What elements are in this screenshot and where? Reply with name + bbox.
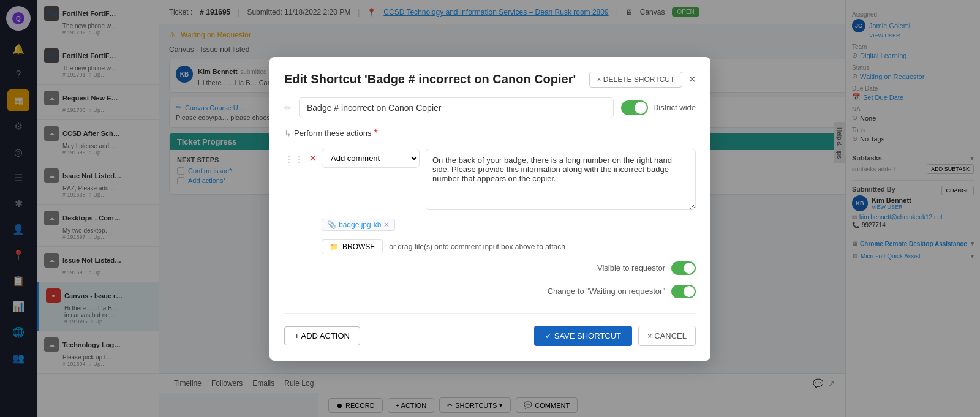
perform-actions-label: Perform these actions — [294, 129, 371, 138]
waiting-label: Change to "Waiting on requestor" — [548, 287, 665, 296]
visible-requestor-row: Visible to requestor — [322, 259, 696, 277]
comment-text-area[interactable]: On the back of your badge, there is a lo… — [426, 149, 696, 210]
cancel-button[interactable]: × CANCEL — [638, 326, 696, 346]
browse-row: 📁 BROWSE or drag file(s) onto comment in… — [322, 239, 696, 254]
district-wide-label: District wide — [653, 103, 696, 112]
waiting-requestor-row: Change to "Waiting on requestor" — [322, 282, 696, 301]
footer-right: ✓ SAVE SHORTCUT × CANCEL — [534, 326, 696, 346]
visible-toggle[interactable] — [671, 261, 696, 275]
attachment-name: badge.jpg — [339, 220, 371, 229]
action-row: ⋮⋮ ✕ Add comment On the back of your bad… — [284, 149, 696, 301]
delete-shortcut-button[interactable]: × DELETE SHORTCUT — [589, 72, 683, 88]
folder-icon: 📁 — [330, 242, 339, 251]
save-shortcut-button[interactable]: ✓ SAVE SHORTCUT — [534, 326, 632, 346]
attachment-row: 📎 badge.jpg kb ✕ — [322, 219, 696, 231]
edit-shortcut-modal: Edit Shortcut 'Badge # incorrect on Cano… — [270, 57, 710, 361]
district-wide-toggle-group: District wide — [621, 100, 696, 115]
browse-button[interactable]: 📁 BROWSE — [322, 239, 383, 254]
modal-footer: + ADD ACTION ✓ SAVE SHORTCUT × CANCEL — [284, 326, 696, 346]
arrow-icon: ↳ — [284, 129, 292, 138]
add-action-button[interactable]: + ADD ACTION — [284, 326, 360, 345]
waiting-toggle[interactable] — [671, 285, 696, 298]
district-wide-toggle[interactable] — [621, 100, 648, 115]
visible-label: Visible to requestor — [597, 263, 665, 272]
modal-header: Edit Shortcut 'Badge # incorrect on Cano… — [284, 72, 696, 88]
modal-close-button[interactable]: × — [688, 72, 696, 86]
shortcut-name-row: ✏ District wide — [284, 97, 696, 118]
attachment-chip: 📎 badge.jpg kb ✕ — [322, 219, 395, 231]
remove-attachment-button[interactable]: ✕ — [383, 220, 390, 229]
attachment-kb: kb — [374, 220, 382, 229]
required-marker: * — [374, 128, 377, 139]
drag-handle[interactable]: ⋮⋮ — [284, 149, 304, 165]
action-type-select[interactable]: Add comment — [322, 149, 420, 168]
perform-actions-label-row: ↳ Perform these actions * — [284, 128, 696, 139]
shortcut-name-input[interactable] — [299, 97, 614, 118]
divider — [284, 313, 696, 314]
drag-text: or drag file(s) onto comment input box a… — [389, 242, 565, 251]
paperclip-icon: 📎 — [327, 220, 336, 229]
remove-action-button[interactable]: ✕ — [309, 149, 317, 164]
modal-title: Edit Shortcut 'Badge # incorrect on Cano… — [284, 72, 576, 86]
pencil-icon: ✏ — [284, 103, 292, 113]
